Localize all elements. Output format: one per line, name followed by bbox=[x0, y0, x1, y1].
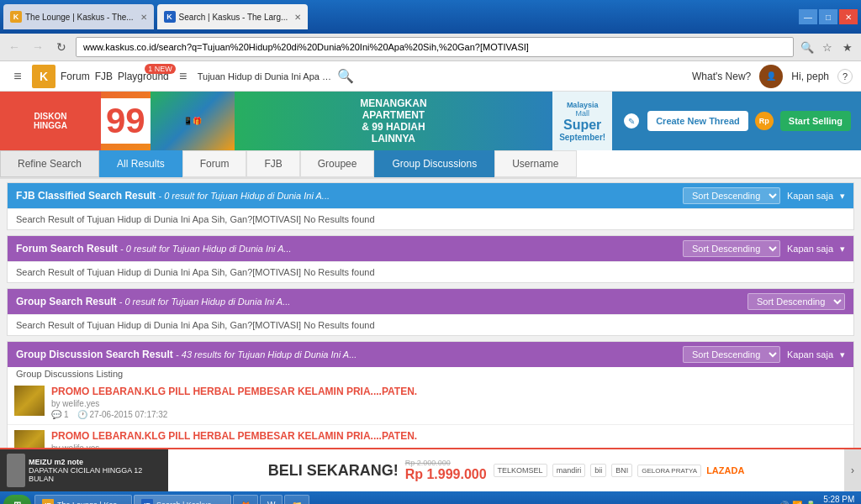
forum-result-section: Forum Search Result - 0 result for Tujua… bbox=[7, 235, 854, 283]
maximize-button[interactable]: □ bbox=[819, 9, 837, 24]
taskbar-app-firefox[interactable]: 🦊 bbox=[233, 495, 258, 504]
search-icon[interactable]: 🔍 bbox=[799, 39, 816, 55]
hamburger-more[interactable]: ≡ bbox=[174, 67, 193, 86]
fjb-result-section: FJB Classified Search Result - 0 result … bbox=[7, 182, 854, 230]
forum-sort-dropdown[interactable]: Sort Descending bbox=[683, 240, 780, 257]
bookmark-icon[interactable]: ☆ bbox=[819, 39, 836, 55]
tab-refine-search[interactable]: Refine Search bbox=[0, 150, 99, 177]
user-greeting[interactable]: Hi, peph bbox=[791, 71, 829, 82]
ad-arrow[interactable]: › bbox=[844, 449, 861, 491]
banner-lainnya: LAINNYA bbox=[360, 133, 426, 144]
date-icon: 🕐 bbox=[77, 410, 87, 419]
group-result-body: Search Result of Tujuan Hidup di Dunia I… bbox=[8, 314, 853, 335]
navbar-search-icon[interactable]: 🔍 bbox=[337, 68, 354, 84]
banner-cta: ✎ Create New Thread Rp Start Selling bbox=[612, 92, 861, 150]
post1-author[interactable]: welife.yes bbox=[62, 399, 99, 408]
search-tabs: Refine Search All Results Forum FJB Grou… bbox=[0, 150, 861, 179]
forum-kapan[interactable]: Kapan saja bbox=[787, 244, 833, 254]
discussion-kapan[interactable]: Kapan saja bbox=[787, 349, 833, 360]
tab1-title: The Lounge | Kaskus - The... bbox=[25, 13, 134, 22]
post2-author[interactable]: welife.yes bbox=[62, 444, 99, 448]
start-selling-button[interactable]: Start Selling bbox=[780, 111, 851, 131]
tab-group-discussions[interactable]: Group Discussions bbox=[374, 150, 494, 177]
battery-icon[interactable]: 🔋 bbox=[806, 501, 816, 505]
browser-tab-bar: K The Lounge | Kaskus - The... ✕ K Searc… bbox=[0, 0, 861, 34]
close-button[interactable]: ✕ bbox=[839, 9, 858, 24]
group-sort-dropdown[interactable]: Sort Descending bbox=[747, 293, 845, 310]
address-bar[interactable] bbox=[76, 37, 794, 57]
fjb-result-title: FJB Classified Search Result - 0 result … bbox=[16, 190, 330, 202]
post1-date: 🕐 27-06-2015 07:17:32 bbox=[77, 410, 168, 419]
ad-phone-info: MEIZU m2 note DAPATKAN CICILAN HINGGA 12… bbox=[0, 449, 168, 491]
tab1-close[interactable]: ✕ bbox=[140, 13, 147, 22]
user-avatar[interactable]: 👤 bbox=[759, 65, 783, 88]
kaskus-logo[interactable]: K bbox=[32, 65, 55, 88]
brand-mandiri: mandiri bbox=[552, 464, 586, 477]
app2-icon: IE bbox=[141, 499, 153, 504]
back-button[interactable]: ← bbox=[5, 38, 24, 56]
tab1-favicon: K bbox=[10, 11, 22, 23]
tab-groupee[interactable]: Groupee bbox=[300, 150, 375, 177]
fjb-result-header: FJB Classified Search Result - 0 result … bbox=[8, 183, 853, 208]
tab-2[interactable]: K Search | Kaskus - The Larg... ✕ bbox=[157, 4, 309, 29]
network-icon[interactable]: 📶 bbox=[792, 501, 802, 505]
tab-all-results[interactable]: All Results bbox=[99, 150, 182, 177]
taskbar-apps: IE The Lounge | Kaskus... IE Search | Ka… bbox=[34, 495, 775, 504]
forward-button[interactable]: → bbox=[29, 38, 47, 56]
banner-number: 99 bbox=[106, 103, 145, 139]
volume-icon[interactable]: 🔊 bbox=[779, 501, 789, 505]
fjb-sort-dropdown[interactable]: Sort Descending bbox=[683, 187, 780, 204]
ad-cta-text: BELI SEKARANG! bbox=[268, 462, 399, 480]
app2-label: Search | Kaskus - The... bbox=[156, 501, 224, 504]
hamburger-menu[interactable]: ≡ bbox=[8, 67, 27, 86]
banner-image: 📱🎁 bbox=[151, 92, 235, 150]
create-thread-button[interactable]: Create New Thread bbox=[647, 111, 748, 131]
discussion-chevron[interactable]: ▾ bbox=[840, 349, 845, 360]
tab-forum[interactable]: Forum bbox=[182, 150, 247, 177]
forum-chevron[interactable]: ▾ bbox=[840, 244, 845, 255]
listing-label: Group Discussions Listing bbox=[8, 367, 853, 381]
window-controls: — □ ✕ bbox=[799, 9, 858, 24]
nav-fjb[interactable]: FJB bbox=[95, 71, 113, 82]
ad-original-price: Rp 2.000.000 bbox=[405, 459, 451, 467]
discussion-sort-dropdown[interactable]: Sort Descending bbox=[683, 346, 780, 363]
post2-by: by bbox=[51, 444, 62, 448]
star-icon[interactable]: ★ bbox=[839, 39, 856, 55]
banner-left: DISKON HINGGA bbox=[0, 92, 101, 150]
post2-meta: by welife.yes bbox=[51, 444, 847, 448]
help-icon[interactable]: ? bbox=[837, 69, 853, 84]
refresh-button[interactable]: ↻ bbox=[52, 38, 71, 56]
post2-thumbnail bbox=[14, 430, 45, 448]
tab-username[interactable]: Username bbox=[494, 150, 576, 177]
system-clock[interactable]: 5:28 PM 9/18/2015 bbox=[821, 494, 858, 504]
whats-new[interactable]: What's New? bbox=[692, 71, 751, 82]
post-item-2: PROMO LEBARAN.KLG PILL HERBAL PEMBESAR K… bbox=[8, 425, 853, 448]
discussion-result-header: Group Discussion Search Result - 43 resu… bbox=[8, 342, 853, 367]
bottom-ad: MEIZU m2 note DAPATKAN CICILAN HINGGA 12… bbox=[0, 448, 861, 491]
post2-title[interactable]: PROMO LEBARAN.KLG PILL HERBAL PEMBESAR K… bbox=[51, 430, 847, 442]
taskbar-app-2[interactable]: IE Search | Kaskus - The... bbox=[134, 495, 231, 504]
nav-playground[interactable]: Playground 1 NEW bbox=[118, 71, 169, 82]
taskbar-app-1[interactable]: IE The Lounge | Kaskus... bbox=[34, 495, 132, 504]
browser-chrome: ← → ↻ 🔍 ☆ ★ bbox=[0, 34, 861, 61]
address-input[interactable] bbox=[83, 42, 786, 52]
content-area: FJB Classified Search Result - 0 result … bbox=[0, 179, 861, 448]
taskbar-app-word[interactable]: W bbox=[260, 495, 283, 504]
system-tray: 🔊 📶 🔋 5:28 PM 9/18/2015 bbox=[779, 494, 858, 504]
tab-fjb[interactable]: FJB bbox=[246, 150, 299, 177]
app1-label: The Lounge | Kaskus... bbox=[57, 501, 124, 504]
clock-time: 5:28 PM bbox=[821, 494, 858, 504]
taskbar-app-explorer[interactable]: 📁 bbox=[284, 495, 309, 504]
group-sort-controls: Sort Descending bbox=[747, 293, 845, 310]
post1-title[interactable]: PROMO LEBARAN.KLG PILL HERBAL PEMBESAR K… bbox=[51, 386, 847, 397]
app1-icon: IE bbox=[42, 499, 54, 504]
minimize-button[interactable]: — bbox=[799, 9, 817, 24]
fjb-chevron[interactable]: ▾ bbox=[840, 191, 845, 202]
nav-forum[interactable]: Forum bbox=[61, 71, 90, 82]
start-button[interactable]: ⊞ bbox=[3, 495, 31, 504]
fjb-kapan[interactable]: Kapan saja bbox=[787, 191, 833, 201]
ad-promo[interactable]: BELI SEKARANG! Rp 2.000.000 Rp 1.999.000… bbox=[168, 449, 844, 491]
forum-result-title: Forum Search Result - 0 result for Tujua… bbox=[16, 243, 292, 255]
tab2-close[interactable]: ✕ bbox=[294, 13, 301, 22]
tab-1[interactable]: K The Lounge | Kaskus - The... ✕ bbox=[3, 4, 154, 29]
